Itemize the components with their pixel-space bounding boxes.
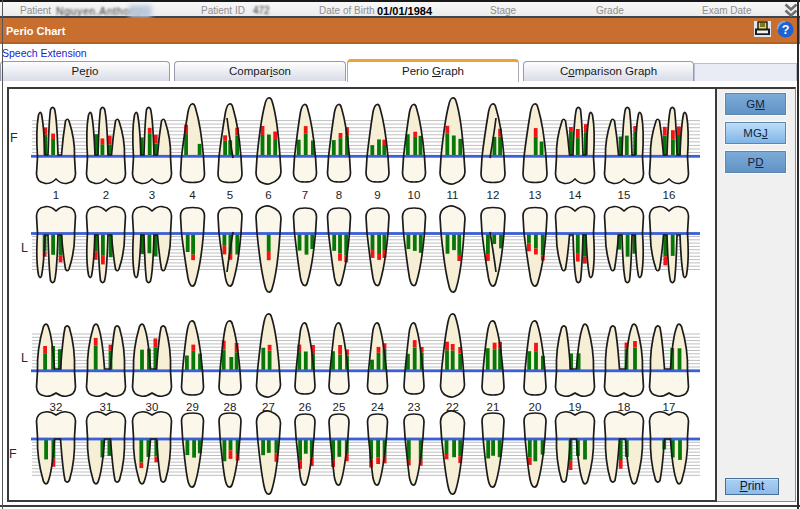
svg-text:26: 26 — [299, 401, 312, 413]
svg-text:L: L — [21, 351, 28, 365]
svg-text:2: 2 — [103, 189, 109, 201]
svg-text:24: 24 — [371, 401, 384, 413]
svg-text:32: 32 — [50, 401, 63, 413]
svg-text:9: 9 — [374, 189, 380, 201]
svg-text:5: 5 — [227, 189, 233, 201]
svg-text:17: 17 — [663, 401, 676, 413]
svg-text:7: 7 — [302, 189, 308, 201]
svg-text:4: 4 — [189, 189, 196, 201]
svg-text:10: 10 — [408, 189, 421, 201]
svg-text:20: 20 — [529, 401, 542, 413]
svg-text:F: F — [9, 447, 17, 461]
svg-text:14: 14 — [569, 189, 582, 201]
svg-text:23: 23 — [408, 401, 421, 413]
svg-text:1: 1 — [53, 189, 59, 201]
svg-text:25: 25 — [333, 401, 346, 413]
svg-text:15: 15 — [618, 189, 631, 201]
svg-text:28: 28 — [224, 401, 237, 413]
svg-text:18: 18 — [618, 401, 631, 413]
svg-text:22: 22 — [446, 401, 459, 413]
svg-text:16: 16 — [663, 189, 676, 201]
svg-text:F: F — [10, 131, 18, 145]
svg-text:21: 21 — [487, 401, 500, 413]
svg-text:13: 13 — [529, 189, 542, 201]
svg-text:L: L — [21, 241, 28, 255]
svg-text:3: 3 — [149, 189, 155, 201]
svg-text:29: 29 — [186, 401, 199, 413]
svg-text:6: 6 — [265, 189, 271, 201]
svg-text:8: 8 — [336, 189, 342, 201]
svg-text:19: 19 — [569, 401, 582, 413]
svg-text:11: 11 — [447, 189, 459, 201]
svg-text:12: 12 — [487, 189, 500, 201]
svg-text:30: 30 — [146, 401, 159, 413]
svg-text:27: 27 — [262, 401, 275, 413]
svg-text:31: 31 — [100, 401, 113, 413]
